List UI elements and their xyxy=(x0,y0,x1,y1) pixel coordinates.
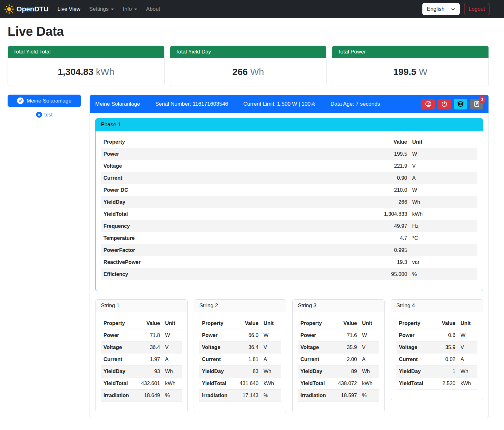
string-card-4: String 4 Property Value Unit xyxy=(391,299,483,400)
check-circle-icon xyxy=(17,97,24,104)
summary-card-unit: Wh xyxy=(250,67,264,77)
string-title: String 2 xyxy=(194,300,286,312)
string-card-1: String 1 Property Value Unit xyxy=(95,299,188,412)
col-value: Value xyxy=(137,317,163,329)
summary-card-value: 1,304.83 xyxy=(58,67,93,77)
unit-cell: W xyxy=(458,329,478,341)
col-value: Value xyxy=(333,317,359,329)
value-cell: 199.5 xyxy=(368,148,410,160)
device-info-button[interactable] xyxy=(454,99,467,109)
table-header-row: Property Value Unit xyxy=(101,136,477,148)
unit-cell: V xyxy=(458,341,478,353)
event-log-button[interactable]: 2 xyxy=(470,99,483,109)
value-cell: 2.520 xyxy=(432,377,458,389)
summary-card-body: 266Wh xyxy=(170,58,327,86)
chevron-down-icon xyxy=(451,7,455,11)
property-cell: Power xyxy=(396,329,432,341)
summary-card-body: 199.5W xyxy=(332,58,488,86)
property-cell: YieldDay xyxy=(298,365,334,377)
col-unit: Unit xyxy=(359,317,379,329)
power-button[interactable] xyxy=(438,99,451,109)
unit-cell: W xyxy=(410,184,477,196)
caret-down-icon xyxy=(134,9,137,10)
summary-card-value: 199.5 xyxy=(393,67,416,77)
string-table: Property Value Unit Power 0.6 xyxy=(396,317,477,389)
property-cell: ReactivePower xyxy=(101,256,368,268)
unit-cell: Wh xyxy=(163,365,182,377)
nav-item-live-view[interactable]: Live View xyxy=(53,3,84,15)
property-cell: Irradiation xyxy=(298,389,334,402)
table-row: Current 1.97 A xyxy=(101,353,182,365)
property-cell: YieldDay xyxy=(101,365,137,377)
table-row: YieldDay 266 Wh xyxy=(101,196,477,208)
col-value: Value xyxy=(368,136,410,148)
journal-icon xyxy=(473,101,480,107)
string-body: Property Value Unit Power 0.6 xyxy=(391,312,483,400)
property-cell: Voltage xyxy=(199,341,235,353)
value-cell: 1.81 xyxy=(235,353,261,365)
unit-cell: Hz xyxy=(410,220,477,232)
unit-cell: var xyxy=(410,256,477,268)
logout-button[interactable]: Logout xyxy=(464,3,489,15)
brand-link[interactable]: OpenDTU xyxy=(4,4,48,14)
property-cell: Voltage xyxy=(396,341,432,353)
nav-item-settings[interactable]: Settings xyxy=(85,3,118,15)
event-count-badge: 2 xyxy=(479,96,486,103)
value-cell: 89 xyxy=(333,365,359,377)
value-cell: 66.0 xyxy=(235,329,261,341)
col-unit: Unit xyxy=(458,317,478,329)
inverter-panel-header: Meine Solaranlage Serial Number: 1161716… xyxy=(90,95,488,113)
value-cell: 1.97 xyxy=(137,353,163,365)
property-cell: YieldTotal xyxy=(199,377,235,389)
table-row: Current 0.90 A xyxy=(101,172,477,184)
inverter-item-test[interactable]: test xyxy=(8,112,81,118)
table-row: Power DC 210.0 W xyxy=(101,184,477,196)
value-cell: 95.000 xyxy=(368,268,410,280)
col-property: Property xyxy=(199,317,235,329)
limit-settings-button[interactable] xyxy=(421,99,435,109)
table-row: Current 2.00 A xyxy=(298,353,379,365)
unit-cell: V xyxy=(261,341,281,353)
inverter-select-button[interactable]: Meine Solaranlage xyxy=(8,95,81,107)
language-select[interactable]: English xyxy=(422,3,460,15)
property-cell: Power DC xyxy=(101,184,368,196)
value-cell: 431.640 xyxy=(235,377,261,389)
table-row: YieldDay 83 Wh xyxy=(199,365,280,377)
unit-cell: W xyxy=(359,329,379,341)
unit-cell: A xyxy=(410,172,477,184)
value-cell: 1 xyxy=(432,365,458,377)
unit-cell: W xyxy=(410,148,477,160)
value-cell: 71.8 xyxy=(137,329,163,341)
inverter-panel: Meine Solaranlage Serial Number: 1161716… xyxy=(90,95,489,418)
property-cell: YieldDay xyxy=(396,365,432,377)
main-row: Meine Solaranlage test Meine Solaranlage… xyxy=(8,95,489,418)
property-cell: Current xyxy=(199,353,235,365)
nav-item-about[interactable]: About xyxy=(142,3,165,15)
inverter-name: Meine Solaranlage xyxy=(95,101,140,107)
table-row: YieldTotal 1,304.833 kWh xyxy=(101,208,477,220)
unit-cell: A xyxy=(261,353,281,365)
value-cell: 0.6 xyxy=(432,329,458,341)
value-cell: 266 xyxy=(368,196,410,208)
main-container: Live Data Total Yield Total 1,304.83kWh … xyxy=(0,18,504,427)
unit-cell: kWh xyxy=(163,377,182,389)
property-cell: Efficiency xyxy=(101,268,368,280)
unit-cell: A xyxy=(458,353,478,365)
unit-cell: W xyxy=(261,329,281,341)
value-cell: 210.0 xyxy=(368,184,410,196)
nav-item-info[interactable]: Info xyxy=(118,3,141,15)
unit-cell: Wh xyxy=(410,196,477,208)
string-table: Property Value Unit Power 66.0 xyxy=(199,317,280,402)
col-unit: Unit xyxy=(163,317,182,329)
phase-table: Property Value Unit Power 199.5 W xyxy=(101,136,477,280)
value-cell: 71.6 xyxy=(333,329,359,341)
col-property: Property xyxy=(396,317,432,329)
property-cell: Temperature xyxy=(101,232,368,244)
property-cell: PowerFactor xyxy=(101,244,368,256)
table-header-row: Property Value Unit xyxy=(101,317,182,329)
table-row: YieldTotal 2.520 kWh xyxy=(396,377,477,389)
language-value: English xyxy=(427,6,445,12)
summary-card-title: Total Yield Day xyxy=(170,46,327,58)
string-body: Property Value Unit Power 71.6 xyxy=(293,312,384,412)
property-cell: Voltage xyxy=(101,341,137,353)
